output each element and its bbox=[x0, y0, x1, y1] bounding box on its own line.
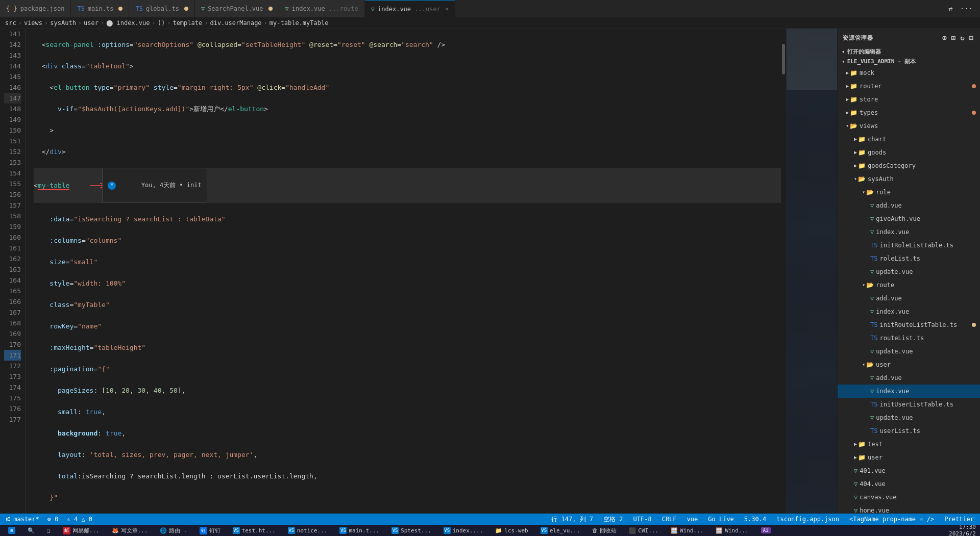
wind-icon2: 🪟 bbox=[716, 527, 723, 534]
tagname-status[interactable]: <TagName prop-name = /> bbox=[847, 516, 936, 523]
tab-global-ts[interactable]: TS global.ts bbox=[129, 0, 194, 18]
taskbar-start[interactable]: ⊞ bbox=[4, 525, 19, 536]
folder-icon: 📂 bbox=[866, 359, 874, 370]
refresh-icon[interactable]: ↻ bbox=[959, 33, 966, 43]
file-route-add-vue[interactable]: ▽ add.vue bbox=[838, 292, 980, 305]
file-user-add-vue[interactable]: ▽ add.vue bbox=[838, 371, 980, 385]
taskbar-ele-vue[interactable]: VS ele_vu... bbox=[536, 525, 584, 536]
taskbar-search[interactable]: 🔍 bbox=[23, 525, 39, 536]
folder-route[interactable]: ▾ 📂 route bbox=[838, 278, 980, 292]
taskbar-terminal1[interactable]: ⬛ CWI... bbox=[625, 525, 663, 536]
file-route-update-vue[interactable]: ▽ update.vue bbox=[838, 345, 980, 358]
folder-mock[interactable]: ▶ 📁 mock bbox=[838, 66, 980, 80]
folder-views-user[interactable]: ▶ 📁 user bbox=[838, 451, 980, 464]
breadcrumb-user[interactable]: user bbox=[84, 19, 99, 27]
taskbar-wind1[interactable]: 🪟 Wind... bbox=[667, 525, 707, 536]
folder-chart[interactable]: ▶ 📁 chart bbox=[838, 133, 980, 146]
breadcrumb-template[interactable]: template bbox=[173, 19, 202, 27]
scrollbar-thumb[interactable] bbox=[782, 44, 785, 74]
cursor-position-status[interactable]: 行 147, 列 7 bbox=[549, 515, 595, 524]
tab-main-ts[interactable]: TS main.ts bbox=[71, 0, 129, 18]
breadcrumb-div[interactable]: div.userManage bbox=[210, 19, 261, 27]
file-401-vue[interactable]: ▽ 401.vue bbox=[838, 464, 980, 477]
file-404-vue[interactable]: ▽ 404.vue bbox=[838, 477, 980, 491]
folder-views[interactable]: ▾ 📂 views bbox=[838, 119, 980, 133]
file-initrolelisttable-ts[interactable]: TS initRoleListTable.ts bbox=[838, 239, 980, 252]
file-update-vue[interactable]: ▽ update.vue bbox=[838, 411, 980, 424]
code-editor[interactable]: <search-panel :options="searchOptions" @… bbox=[26, 29, 781, 524]
golive-status[interactable]: Go Live bbox=[706, 516, 736, 523]
taskbar-vscode-main[interactable]: VS main.t... bbox=[335, 525, 383, 536]
file-userlist-ts[interactable]: TS userList.ts bbox=[838, 424, 980, 438]
tsconfig-status[interactable]: tsconfig.app.json bbox=[774, 516, 841, 523]
task-view-icon: ❑ bbox=[47, 527, 51, 534]
breadcrumb-fn[interactable]: () bbox=[158, 19, 165, 27]
split-editor-icon[interactable]: ⇄ bbox=[946, 3, 954, 15]
tab-searchpanel-vue[interactable]: ▽ SearchPanel.vue bbox=[195, 0, 279, 18]
taskbar-lcs-web[interactable]: 📁 lcs-web bbox=[491, 525, 532, 536]
prettier-status[interactable]: Prettier bbox=[942, 516, 976, 523]
breadcrumb-mytable[interactable]: my-table.myTable bbox=[270, 19, 329, 27]
taskbar-label: Wind... bbox=[725, 527, 748, 534]
taskbar-recycle[interactable]: 🗑 回收站 bbox=[588, 525, 621, 536]
line-ending-status[interactable]: CRLF bbox=[660, 516, 679, 523]
taskbar-vscode-index[interactable]: VS index.... bbox=[439, 525, 487, 536]
encoding-status[interactable]: UTF-8 bbox=[631, 516, 654, 523]
taskbar-firefox[interactable]: 🦊 写文章... bbox=[108, 525, 152, 536]
file-inituserlisttable-ts[interactable]: TS initUserListTable.ts bbox=[838, 398, 980, 411]
folder-router[interactable]: ▶ 📁 router bbox=[838, 80, 980, 93]
new-folder-icon[interactable]: ⊞ bbox=[950, 33, 957, 43]
minimap-slider[interactable] bbox=[787, 29, 837, 90]
minimap[interactable] bbox=[786, 29, 837, 524]
vertical-scrollbar[interactable] bbox=[781, 29, 786, 524]
collapse-all-icon[interactable]: ⊟ bbox=[968, 33, 975, 43]
folder-user[interactable]: ▾ 📂 user bbox=[838, 358, 980, 371]
more-actions-icon[interactable]: ··· bbox=[958, 3, 975, 15]
taskbar-ai[interactable]: Ai bbox=[757, 525, 775, 536]
file-canvas-vue[interactable]: ▽ canvas.vue bbox=[838, 491, 980, 504]
taskbar-dingding[interactable]: 钉 钉钉 bbox=[195, 525, 225, 536]
taskbar-vscode-sptest[interactable]: VS Sptest... bbox=[387, 525, 435, 536]
taskbar-chrome[interactable]: 🌐 路由 - bbox=[156, 525, 191, 536]
section-open-editors[interactable]: ▾ 打开的编辑器 bbox=[838, 47, 980, 57]
language-status[interactable]: vue bbox=[685, 516, 700, 523]
folder-role[interactable]: ▾ 📂 role bbox=[838, 186, 980, 199]
folder-sysauth[interactable]: ▾ 📂 sysAuth bbox=[838, 172, 980, 186]
breadcrumb-views[interactable]: views bbox=[24, 19, 42, 27]
breadcrumb-sysauth[interactable]: sysAuth bbox=[50, 19, 76, 27]
file-route-index-vue[interactable]: ▽ index.vue bbox=[838, 305, 980, 318]
close-icon[interactable]: ✕ bbox=[446, 6, 449, 12]
folder-name: store bbox=[860, 94, 878, 105]
file-rolelist-ts[interactable]: TS roleList.ts bbox=[838, 252, 980, 265]
git-branch-status[interactable]: ⑆ master* bbox=[4, 516, 41, 523]
file-giveauth-vue[interactable]: ▽ giveAuth.vue bbox=[838, 212, 980, 225]
taskbar-vscode-test[interactable]: VS test.ht... bbox=[229, 525, 280, 536]
taskbar-vscode-notice[interactable]: VS notice... bbox=[284, 525, 332, 536]
file-user-index-vue[interactable]: ▽ index.vue bbox=[838, 385, 980, 398]
folder-goodscategory[interactable]: ▶ 📁 goodsCategory bbox=[838, 159, 980, 172]
file-role-index-vue[interactable]: ▽ index.vue bbox=[838, 225, 980, 239]
warning-status[interactable]: ⚠ 4 △ 0 bbox=[64, 516, 94, 523]
folder-store[interactable]: ▶ 📁 store bbox=[838, 93, 980, 106]
tab-package-json[interactable]: { } package.json bbox=[0, 0, 71, 18]
tab-index-vue-route[interactable]: ▽ index.vue ...route bbox=[279, 0, 365, 18]
file-routelist-ts[interactable]: TS routeList.ts bbox=[838, 331, 980, 345]
breadcrumb-src[interactable]: src bbox=[5, 19, 16, 27]
section-root[interactable]: ▾ ELE_VUE3_ADMIN - 副本 bbox=[838, 57, 980, 66]
spaces-status[interactable]: 空格 2 bbox=[601, 515, 625, 524]
version-status[interactable]: 5.30.4 bbox=[742, 516, 768, 523]
file-role-add-vue[interactable]: ▽ add.vue bbox=[838, 199, 980, 212]
taskbar-wind2[interactable]: 🪟 Wind... bbox=[712, 525, 752, 536]
error-status[interactable]: ⊗ 0 bbox=[45, 516, 61, 523]
folder-types[interactable]: ▶ 📁 types bbox=[838, 106, 980, 119]
folder-test[interactable]: ▶ 📁 test bbox=[838, 438, 980, 451]
file-role-update-vue[interactable]: ▽ update.vue bbox=[838, 265, 980, 278]
taskbar-163mail[interactable]: 邮 网易邮... bbox=[59, 525, 104, 536]
taskbar-taskview[interactable]: ❑ bbox=[43, 525, 55, 536]
breadcrumb-indexvue[interactable]: ⬤ index.vue bbox=[106, 19, 150, 27]
tab-index-vue-user[interactable]: ▽ index.vue ...user ✕ bbox=[365, 0, 455, 18]
new-file-icon[interactable]: ⊕ bbox=[941, 33, 948, 43]
tab-icon: ▽ bbox=[285, 5, 289, 12]
folder-goods[interactable]: ▶ 📁 goods bbox=[838, 146, 980, 159]
file-initroutelisttable-ts[interactable]: TS initRouteListTable.ts bbox=[838, 318, 980, 331]
